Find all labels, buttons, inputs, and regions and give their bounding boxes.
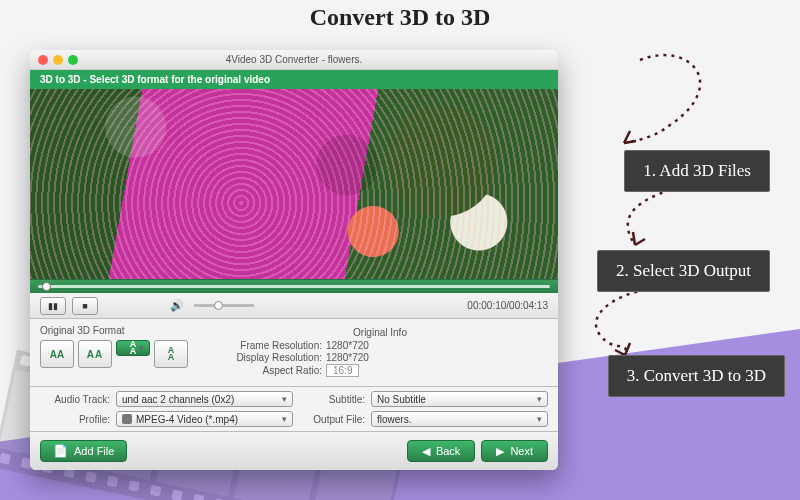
seek-knob[interactable] — [42, 282, 51, 291]
volume-knob[interactable] — [214, 301, 223, 310]
format-sbs-full[interactable]: AA — [78, 340, 112, 368]
display-res-label: Display Resolution: — [212, 352, 322, 363]
aa-icon: AA — [130, 341, 137, 355]
seek-bar[interactable] — [30, 279, 558, 293]
add-file-label: Add File — [74, 445, 114, 457]
video-preview[interactable] — [30, 89, 558, 279]
profile-select[interactable]: MPEG-4 Video (*.mp4) — [116, 411, 293, 427]
format-tab-half[interactable]: AA — [116, 340, 150, 356]
back-label: Back — [436, 445, 460, 457]
page-heading: Convert 3D to 3D — [0, 4, 800, 31]
step-3: 3. Convert 3D to 3D — [608, 355, 785, 397]
next-button[interactable]: ▶ Next — [481, 440, 548, 462]
frame-res-value: 1280*720 — [326, 340, 369, 351]
add-file-icon: 📄 — [53, 444, 68, 458]
display-res-value: 1280*720 — [326, 352, 369, 363]
audio-track-select[interactable]: und aac 2 channels (0x2) — [116, 391, 293, 407]
timecode: 00:00:10/00:04:13 — [467, 300, 548, 311]
add-file-button[interactable]: 📄 Add File — [40, 440, 127, 462]
subheader: 3D to 3D - Select 3D format for the orig… — [30, 70, 558, 89]
window-title: 4Video 3D Converter - flowers. — [30, 54, 558, 65]
frame-res-label: Frame Resolution: — [212, 340, 322, 351]
format-tab-full[interactable]: AA — [154, 340, 188, 368]
profile-label: Profile: — [40, 414, 110, 425]
aspect-label: Aspect Ratio: — [212, 365, 322, 376]
chevron-right-icon: ▶ — [496, 445, 504, 458]
aspect-value: 16:9 — [326, 364, 359, 377]
info-header: Original Info — [212, 327, 548, 338]
subtitle-label: Subtitle: — [299, 394, 365, 405]
titlebar: 4Video 3D Converter - flowers. — [30, 50, 558, 70]
format-sbs-half[interactable]: AA — [40, 340, 74, 368]
profile-icon — [122, 414, 132, 424]
pause-button[interactable]: ▮▮ — [40, 297, 66, 315]
aa-icon: AA — [87, 349, 103, 360]
aa-icon: AA — [50, 349, 64, 360]
format-label: Original 3D Format — [40, 325, 188, 336]
stop-button[interactable]: ■ — [72, 297, 98, 315]
aa-icon: AA — [168, 347, 175, 361]
back-button[interactable]: ◀ Back — [407, 440, 475, 462]
output-file-select[interactable]: flowers. — [371, 411, 548, 427]
volume-icon: 🔊 — [170, 299, 184, 312]
preview-image — [30, 89, 558, 279]
subtitle-select[interactable]: No Subtitle — [371, 391, 548, 407]
step-1: 1. Add 3D Files — [624, 150, 770, 192]
audio-track-label: Audio Track: — [40, 394, 110, 405]
app-window: 4Video 3D Converter - flowers. 3D to 3D … — [30, 50, 558, 470]
step-2: 2. Select 3D Output — [597, 250, 770, 292]
output-file-label: Output File: — [299, 414, 365, 425]
chevron-left-icon: ◀ — [422, 445, 430, 458]
volume-slider[interactable] — [194, 304, 254, 307]
next-label: Next — [510, 445, 533, 457]
